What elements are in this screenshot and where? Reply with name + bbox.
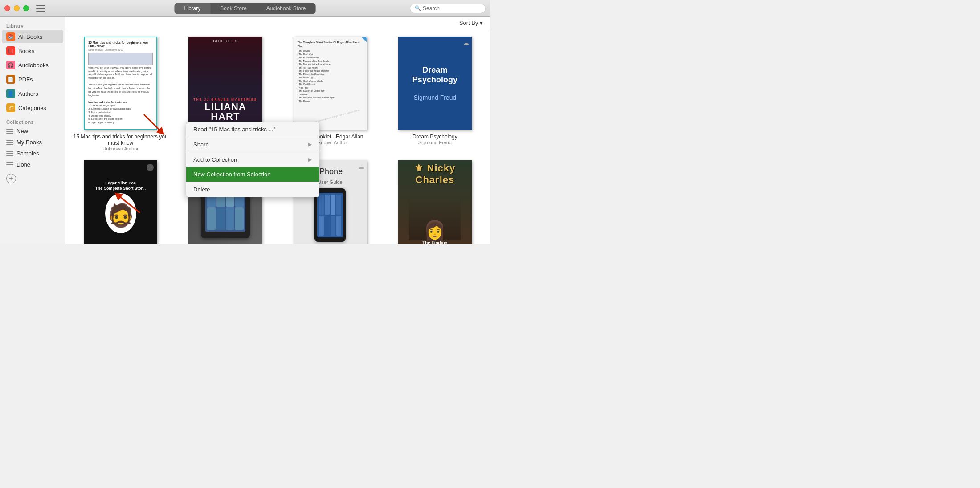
search-input[interactable]	[423, 5, 481, 12]
sidebar-label-pdfs: PDFs	[18, 76, 33, 83]
context-menu-new-collection[interactable]: New Collection from Selection	[186, 167, 319, 182]
maximize-button[interactable]	[23, 5, 29, 11]
book-cover-dream: ☁ DreamPsychology Sigmund Freud	[398, 37, 472, 130]
audiobooks-icon: 🎧	[6, 61, 15, 69]
collection-samples[interactable]: Samples	[2, 148, 63, 159]
sidebar-label-all-books: All Books	[18, 33, 42, 40]
app-body: Library 📚 All Books 📕 Books 🎧 Audiobooks…	[0, 17, 490, 244]
sidebar-label-audiobooks: Audiobooks	[18, 62, 49, 69]
book-meta: Sandy Willows · December 9, 2019	[88, 49, 153, 51]
share-chevron-icon: ▶	[308, 142, 312, 147]
iphone-device	[314, 188, 346, 242]
context-menu-delete-label: Delete	[193, 186, 210, 193]
list-icon-my-books	[6, 140, 13, 145]
nicky-figure: 👩	[424, 220, 446, 240]
book-inner-title: 15 Mac tips and tricks for beginners you…	[88, 41, 153, 47]
edgar-portrait: 🧔	[105, 193, 136, 233]
add-collection-button[interactable]: +	[6, 174, 16, 183]
tab-audiobook[interactable]: Audiobook Store	[257, 3, 316, 14]
book-cover-digital: New The Complete Short Stories Of Edgar …	[294, 37, 367, 130]
book-item-edgar[interactable]: Edgar Allan PoeThe Complete Short Stor..…	[73, 160, 168, 244]
library-section-label: Library	[0, 21, 65, 29]
collection-label-samples: Samples	[16, 150, 39, 157]
all-books-icon: 📚	[6, 32, 15, 41]
new-badge: New	[340, 37, 367, 64]
jj-tagline: THE JJ GRAVES MYSTERIES	[193, 98, 257, 101]
sort-by-button[interactable]: Sort By ▾	[459, 20, 483, 26]
pdfs-icon: 📄	[6, 75, 15, 84]
search-icon: 🔍	[415, 5, 421, 11]
collection-label-new: New	[16, 128, 28, 134]
context-menu-read[interactable]: Read "15 Mac tips and tricks ..."	[186, 122, 319, 137]
list-icon-new	[6, 129, 13, 134]
book-cover-nicky: ⚜ NickyCharles 👩 The Finding Law of the …	[398, 160, 472, 244]
book-author-dream: Sigmund Freud	[418, 140, 452, 145]
book-cover-jj: BOX SET 2 THE JJ GRAVES MYSTERIES LILIAN…	[188, 37, 262, 130]
book-author-mac-tips: Unknown Author	[102, 146, 139, 151]
sidebar-item-pdfs[interactable]: 📄 PDFs	[2, 73, 63, 86]
context-menu-add-collection[interactable]: Add to Collection ▶	[186, 152, 319, 167]
book-item-nicky[interactable]: ⚜ NickyCharles 👩 The Finding Law of the …	[387, 160, 483, 244]
screenshot-placeholder	[88, 53, 153, 65]
book-title-dream: Dream Psychology	[412, 134, 457, 140]
nicky-title-text: ⚜ NickyCharles	[398, 163, 472, 186]
authors-icon: 👤	[6, 89, 15, 98]
tab-bookstore[interactable]: Book Store	[210, 3, 256, 14]
sidebar-item-authors[interactable]: 👤 Authors	[2, 87, 63, 100]
collection-done[interactable]: Done	[2, 159, 63, 170]
context-menu-add-label: Add to Collection	[193, 156, 237, 163]
minimize-button[interactable]	[14, 5, 20, 11]
sidebar-label-books: Books	[18, 48, 34, 54]
context-menu-share-label: Share	[193, 141, 209, 148]
books-icon: 📕	[6, 46, 15, 55]
content-toolbar: Sort By ▾	[65, 17, 490, 29]
dream-book-title: DreamPsychology	[412, 65, 457, 85]
context-menu-share[interactable]: Share ▶	[186, 137, 319, 152]
collection-new[interactable]: New	[2, 126, 63, 136]
add-collection-chevron-icon: ▶	[308, 157, 312, 163]
tab-library[interactable]: Library	[175, 3, 211, 14]
sidebar-item-books[interactable]: 📕 Books	[2, 44, 63, 57]
titlebar: Library Book Store Audiobook Store 🔍	[0, 0, 490, 17]
jj-cover-inner: BOX SET 2 THE JJ GRAVES MYSTERIES LILIAN…	[188, 37, 262, 130]
nicky-cover-inner: ⚜ NickyCharles 👩 The Finding Law of the …	[398, 160, 472, 244]
jj-series: BOX SET 2	[213, 39, 237, 44]
context-menu-read-label: Read "15 Mac tips and tricks ..."	[193, 126, 275, 133]
collection-my-books[interactable]: My Books	[2, 137, 63, 147]
book-cover-edgar: Edgar Allan PoeThe Complete Short Stor..…	[84, 160, 157, 244]
sidebar: Library 📚 All Books 📕 Books 🎧 Audiobooks…	[0, 17, 65, 244]
collections-section-label: Collections	[0, 115, 65, 126]
context-menu-delete[interactable]: Delete	[186, 182, 319, 197]
book-item-dream[interactable]: ☁ DreamPsychology Sigmund Freud Dream Ps…	[387, 37, 483, 151]
sidebar-label-categories: Categories	[18, 105, 46, 111]
list-icon-samples	[6, 151, 13, 156]
new-badge-text: New	[353, 37, 367, 54]
iphone-screen	[317, 193, 343, 237]
cloud-icon-dream: ☁	[463, 39, 469, 46]
nicky-person: 👩	[409, 198, 461, 240]
edgar-cover-inner: Edgar Allan PoeThe Complete Short Stor..…	[84, 160, 157, 244]
categories-icon: 🏷	[6, 103, 15, 112]
collection-label-done: Done	[16, 161, 30, 168]
sidebar-item-categories[interactable]: 🏷 Categories	[2, 101, 63, 114]
headphone-badge: 🎧	[147, 164, 154, 171]
sidebar-item-all-books[interactable]: 📚 All Books	[2, 30, 63, 43]
collection-label-my-books: My Books	[16, 139, 42, 146]
nav-tabs: Library Book Store Audiobook Store	[175, 3, 316, 14]
search-box[interactable]: 🔍	[410, 4, 486, 13]
menu-icon[interactable]	[36, 5, 45, 12]
content-area: Sort By ▾ 15 Mac tips and tricks for beg…	[65, 17, 490, 244]
list-icon-done	[6, 162, 13, 167]
dream-book-author: Sigmund Freud	[414, 94, 457, 101]
context-menu: Read "15 Mac tips and tricks ..." Share …	[186, 122, 319, 197]
cloud-icon-iphone: ☁	[358, 163, 364, 170]
edgar-title-text: Edgar Allan PoeThe Complete Short Stor..…	[95, 181, 146, 191]
jj-top: BOX SET 2	[188, 37, 262, 88]
nicky-subtitle-area: The Finding Law of the Lycans 3...	[418, 240, 453, 244]
sidebar-item-audiobooks[interactable]: 🎧 Audiobooks	[2, 58, 63, 72]
iphone-cover-title: iPhoneUser Guide	[318, 167, 343, 186]
svg-line-0	[144, 114, 162, 132]
jj-author-name: LILIANAHART	[204, 102, 246, 122]
book-item-mac-tips[interactable]: 15 Mac tips and tricks for beginners you…	[73, 37, 168, 151]
close-button[interactable]	[4, 5, 10, 11]
